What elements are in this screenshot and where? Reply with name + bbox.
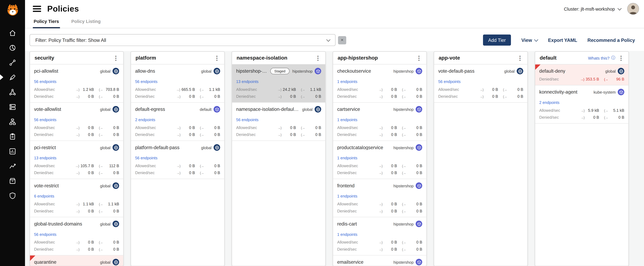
policy-card[interactable]: productcatalogservice hipstershop 1 endp… (333, 141, 426, 179)
metric-label: Denied/sec (438, 94, 480, 98)
ingress-icon: →) (277, 126, 281, 130)
sidebar-item-network[interactable] (0, 85, 25, 100)
cluster-selector[interactable]: Cluster: jlt-msft-workshop (564, 6, 621, 11)
clear-filter-button[interactable]: × (338, 36, 346, 44)
metric-out-value: 0 B (104, 125, 119, 130)
allowed-row: Allowed/sec →) 0 B (→ 0 B (337, 240, 422, 244)
endpoints-link[interactable]: 2 endpoints (135, 118, 155, 122)
sidebar-item-home[interactable] (0, 26, 25, 40)
endpoints-link[interactable]: 13 endpoints (34, 156, 56, 160)
sidebar-item-reports[interactable] (0, 144, 25, 158)
policy-card[interactable]: vote-allowlist global 56 endpoints Allow… (30, 103, 123, 141)
tab-policy-listing[interactable]: Policy Listing (70, 15, 102, 28)
endpoints-link[interactable]: 1 endpoints (337, 194, 358, 198)
policy-card[interactable]: global-trusted-domains global 56 endpoin… (30, 217, 123, 256)
endpoints-link[interactable]: 56 endpoints (135, 156, 158, 160)
tier-help-link[interactable]: Whats this? ⓘ (588, 55, 615, 61)
endpoints-row: 1 endpoints (337, 192, 422, 199)
endpoints-row: 56 endpoints (236, 116, 321, 123)
recommend-policy-button[interactable]: Recommend a Policy (588, 38, 635, 42)
top-right: Cluster: jlt-msft-workshop (564, 3, 639, 15)
tier-menu-button[interactable]: ⋮ (514, 55, 526, 61)
scope-icon (214, 144, 220, 151)
traffic-filter-select[interactable]: Filter: Policy Traffic filter: Show All (30, 34, 336, 46)
tier-menu-button[interactable]: ⋮ (312, 55, 324, 61)
tier-header: platform ⋮ (131, 52, 224, 64)
tier-column: default Whats this? ⓘ ⋮ default-deny glo… (535, 52, 629, 266)
metric-label: Allowed/sec (236, 87, 277, 92)
user-avatar[interactable] (627, 3, 639, 15)
menu-button[interactable] (33, 6, 41, 12)
globe-icon (518, 69, 522, 73)
metric-out-value: 0 B (104, 132, 119, 137)
sidebar-nav (0, 26, 25, 203)
policy-card[interactable]: platform-default-pass global 56 endpoint… (131, 141, 224, 179)
policy-card[interactable]: allow-dns global 56 endpoints Allowed/se… (131, 64, 224, 103)
policy-scope-label: hipstershop (394, 107, 414, 112)
allowed-row: Allowed/sec →) 0 B (→ 0 B (34, 240, 119, 244)
endpoints-link[interactable]: 2 endpoints (539, 100, 560, 105)
metric-out-value: 1.1 kB (205, 87, 220, 92)
policy-card[interactable]: vote-restrict global 6 endpoints Allowed… (30, 179, 123, 217)
metric-in-value: 0 B (485, 94, 498, 98)
sidebar-item-hierarchy[interactable] (0, 114, 25, 129)
add-tier-button[interactable]: Add Tier (483, 34, 511, 46)
policy-card[interactable]: redis-cart hipstershop 1 endpoints Allow… (333, 217, 426, 256)
policy-card[interactable]: quarantine global 0 endpoints (30, 256, 123, 266)
endpoints-link[interactable]: 13 endpoints (236, 79, 258, 84)
tab-policy-tiers[interactable]: Policy Tiers (33, 15, 60, 28)
metric-out-value: 0 B (104, 94, 119, 98)
endpoints-link[interactable]: 1 endpoints (337, 156, 358, 160)
policy-card[interactable]: pci-restrict global 13 endpoints Allowed… (30, 141, 123, 179)
policy-card[interactable]: default-egress default 2 endpoints Allow… (131, 103, 224, 141)
sidebar-item-inventory[interactable] (0, 173, 25, 188)
tier-menu-button[interactable]: ⋮ (211, 55, 223, 61)
tier-menu-button[interactable]: ⋮ (413, 55, 425, 61)
endpoints-link[interactable]: 56 endpoints (34, 118, 56, 122)
policy-card[interactable]: cartservice hipstershop 1 endpoints Allo… (333, 103, 426, 141)
policy-card[interactable]: vote-default-pass global 56 endpoints Al… (434, 64, 527, 103)
policy-card[interactable]: konnectivity-agent kube-system 2 endpoin… (535, 86, 628, 124)
sidebar-item-threat-defense[interactable] (0, 188, 25, 203)
metric-out-value: 112 B (104, 164, 119, 168)
allowed-row: Allowed/sec →) 1.1 kB (→ 1.1 kB (34, 202, 119, 206)
policy-card[interactable]: namespace-isolation-default-p... global … (232, 103, 326, 141)
view-button[interactable]: View (521, 38, 538, 42)
allowed-row: Allowed/sec →) 1.2 kB (→ 703.8 B (34, 87, 119, 92)
sidebar-item-compliance[interactable] (0, 129, 25, 144)
endpoints-link[interactable]: 56 endpoints (34, 232, 56, 236)
endpoints-link[interactable]: 1 endpoints (337, 232, 358, 236)
policy-scope-label: global (605, 69, 616, 73)
metric-out-value: 0 B (104, 240, 119, 244)
endpoints-link[interactable]: 56 endpoints (236, 118, 258, 122)
egress-icon: (→ (99, 126, 103, 130)
ingress-icon: →) (378, 247, 382, 251)
allowed-row: Allowed/sec →) 0 B (→ 0 B (135, 164, 220, 168)
policy-card[interactable]: pci-allowlist global 56 endpoints Allowe… (30, 64, 123, 103)
policy-card[interactable]: frontend hipstershop 1 endpoints Allowed… (333, 179, 426, 217)
endpoints-link[interactable]: 6 endpoints (34, 194, 54, 198)
endpoints-link[interactable]: 56 endpoints (135, 79, 158, 84)
endpoints-link[interactable]: 56 endpoints (438, 79, 460, 84)
policy-card[interactable]: checkoutservice hipstershop 1 endpoints … (333, 64, 426, 103)
sidebar-item-service-graph[interactable] (0, 55, 25, 70)
sidebar-item-endpoints[interactable] (0, 100, 25, 114)
sidebar-item-dashboard[interactable] (0, 40, 25, 55)
policy-card[interactable]: emailservice hipstershop 1 endpoints All… (333, 256, 426, 266)
sidebar-item-policies[interactable] (0, 70, 25, 85)
tier-column: namespace-isolation ⋮ hipstershop-gh... … (232, 52, 326, 266)
endpoints-link[interactable]: 56 endpoints (34, 79, 56, 84)
sidebar-item-activity[interactable] (0, 158, 25, 173)
endpoints-link[interactable]: 1 endpoints (337, 79, 358, 84)
policy-scope: hipstershop (394, 144, 422, 151)
tier-menu-button[interactable]: ⋮ (110, 55, 122, 61)
endpoints-link[interactable]: 1 endpoints (337, 118, 358, 122)
sidebar (0, 0, 25, 266)
egress-icon: (→ (200, 164, 204, 168)
export-yaml-button[interactable]: Export YAML (548, 38, 577, 42)
policy-scope-label: global (302, 107, 312, 112)
egress-icon: (→ (99, 247, 103, 251)
policy-card[interactable]: hipstershop-gh... Staged hipstershop 13 … (232, 64, 326, 103)
tier-menu-button[interactable]: ⋮ (615, 55, 627, 61)
policy-card[interactable]: default-deny global Denied/sec →) (535, 64, 628, 86)
